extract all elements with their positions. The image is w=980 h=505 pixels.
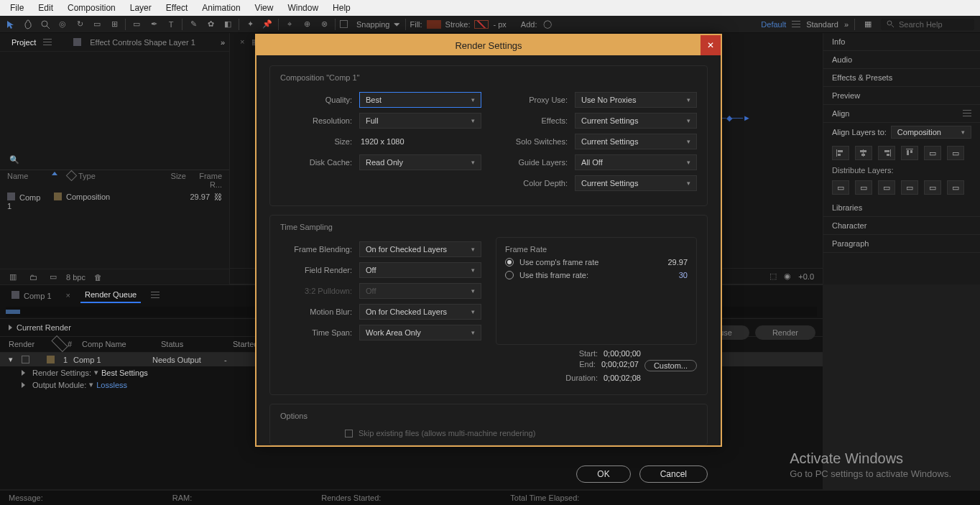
render-button[interactable]: Render [755,325,815,340]
menu-animation[interactable]: Animation [195,1,247,14]
panel-toggle-icon[interactable]: ▦ [861,17,875,32]
tab-render-queue[interactable]: Render Queue [80,287,141,303]
dist-top-icon[interactable]: ▭ [832,180,849,195]
menu-layer[interactable]: Layer [123,1,159,14]
orbit-tool-icon[interactable]: ◎ [56,18,69,31]
menu-file[interactable]: File [3,1,31,14]
col-size[interactable]: Size [157,172,186,189]
align-target-drop[interactable]: Composition▾ [891,126,971,139]
resolution-dropdown[interactable]: Full▾ [359,113,481,129]
radio2-value[interactable]: 30 [679,271,688,279]
region-icon[interactable]: ⬚ [769,272,777,281]
dist-left-icon[interactable]: ▭ [901,180,918,195]
panel-libraries[interactable]: Libraries [823,199,980,217]
delete-icon[interactable]: 🗑 [91,270,106,284]
dist-right-icon[interactable]: ▭ [947,180,964,195]
panel-audio[interactable]: Audio [823,51,980,69]
tab-effect-controls[interactable]: Effect Controls Shape Layer 1 [66,35,203,50]
menu-window[interactable]: Window [280,1,325,14]
radio-custom-framerate[interactable]: Use this frame rate:30 [505,271,688,279]
align-hcenter-icon[interactable] [855,146,872,160]
clone-tool-icon[interactable]: ✿ [204,18,217,31]
selection-tool-icon[interactable] [4,18,17,31]
stroke-width[interactable]: - px [493,20,506,29]
radio-comp-framerate[interactable]: Use comp's frame rate29.97 [505,258,688,267]
flowchart-icon[interactable]: ⛓ [214,193,222,210]
render-settings-link[interactable]: Best Settings [101,369,148,377]
col-type[interactable]: Type [78,172,157,189]
fill-swatch[interactable] [427,20,441,29]
quality-dropdown[interactable]: Best▾ [359,92,481,108]
menu-composition[interactable]: Composition [60,1,123,14]
menu-help[interactable]: Help [325,1,358,14]
world-axis-icon[interactable]: ⊕ [300,18,313,31]
brush-tool-icon[interactable]: ✎ [187,18,200,31]
view-axis-icon[interactable]: ⊗ [318,18,330,31]
more-tabs-icon[interactable]: » [221,38,225,47]
local-axis-icon[interactable]: ⌖ [283,18,296,31]
camera-tool-icon[interactable]: ▭ [91,18,103,31]
aperture-icon[interactable]: ◉ [784,272,791,281]
custom-timespan-button[interactable]: Custom... [644,360,697,371]
cancel-button[interactable]: Cancel [639,465,708,483]
diskcache-dropdown[interactable]: Read Only▾ [359,154,481,170]
workspace-default[interactable]: Default [761,20,786,29]
puppet-tool-icon[interactable]: 📌 [261,18,274,31]
rotate-tool-icon[interactable]: ↻ [73,18,86,31]
burger-icon[interactable] [792,21,800,28]
panel-paragraph[interactable]: Paragraph [823,235,980,253]
interpret-footage-icon[interactable]: ▥ [6,270,20,284]
panbehind-tool-icon[interactable]: ⊞ [108,18,121,31]
dist-bottom-icon[interactable]: ▭ [878,180,895,195]
rect-tool-icon[interactable]: ▭ [130,18,143,31]
col-framerate[interactable]: Frame R... [186,172,222,189]
disclosure-icon[interactable] [22,370,25,376]
render-checkbox[interactable] [22,356,29,363]
dist-hcenter-icon[interactable]: ▭ [924,180,941,195]
panel-character[interactable]: Character [823,217,980,235]
solo-dropdown[interactable]: Current Settings▾ [575,134,697,149]
guide-dropdown[interactable]: All Off▾ [575,154,697,170]
proxy-dropdown[interactable]: Use No Proxies▾ [575,92,697,108]
tab-project[interactable]: Project [4,35,43,50]
panel-preview[interactable]: Preview [823,87,980,105]
depth-dropdown[interactable]: Current Settings▾ [575,175,697,191]
panel-effects-presets[interactable]: Effects & Presets [823,69,980,87]
stroke-swatch[interactable] [474,20,489,29]
snapping-checkbox[interactable] [340,20,348,28]
dialog-close-button[interactable]: ✕ [701,35,721,55]
search-help[interactable]: Search Help [881,19,974,30]
roto-tool-icon[interactable]: ✦ [244,18,256,31]
hand-tool-icon[interactable] [22,18,34,31]
menu-view[interactable]: View [248,1,281,14]
menu-effect[interactable]: Effect [159,1,195,14]
motionblur-dropdown[interactable]: On for Checked Layers▾ [359,304,481,320]
eraser-tool-icon[interactable]: ◧ [221,18,234,31]
menu-edit[interactable]: Edit [31,1,60,14]
align-bottom-icon[interactable]: ▭ [947,146,964,160]
ok-button[interactable]: OK [576,465,630,483]
col-name[interactable]: Name [7,172,49,189]
rq-menu-icon[interactable] [151,292,160,299]
add-shape-icon[interactable]: ◯ [541,18,554,31]
close-tab-icon[interactable]: × [66,291,70,300]
snapping-submenu-icon[interactable]: ⏷ [393,20,401,29]
zoom-tool-icon[interactable] [39,18,52,31]
more-workspaces-icon[interactable]: » [844,20,849,29]
align-vcenter-icon[interactable]: ▭ [924,146,941,160]
fieldrender-dropdown[interactable]: Off▾ [359,262,481,278]
workspace-standard[interactable]: Standard [806,20,838,29]
tab-comp1[interactable]: Comp 1 [7,288,56,303]
dist-vcenter-icon[interactable]: ▭ [855,180,872,195]
panel-menu-icon[interactable] [43,39,52,46]
project-search-icon[interactable]: 🔍 [7,152,22,167]
align-left-icon[interactable] [832,146,849,160]
text-tool-icon[interactable]: T [165,18,177,31]
panel-info[interactable]: Info [823,33,980,51]
pen-tool-icon[interactable]: ✒ [147,18,160,31]
effects-dropdown[interactable]: Current Settings▾ [575,113,697,129]
output-module-link[interactable]: Lossless [96,381,127,389]
bpc-label[interactable]: 8 bpc [66,273,85,282]
new-comp-icon[interactable]: ▭ [46,270,60,284]
align-menu-icon[interactable] [963,110,971,117]
